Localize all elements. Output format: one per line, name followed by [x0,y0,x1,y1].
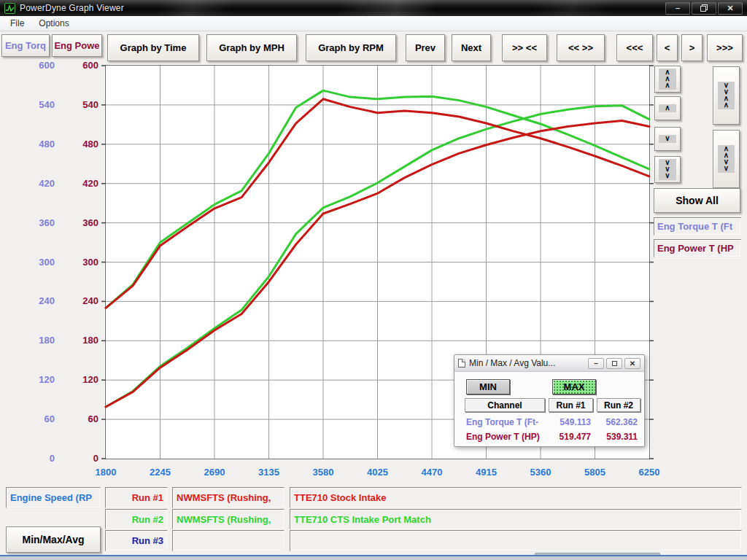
minimize-button[interactable]: – [665,2,690,15]
document-icon [458,359,465,368]
run3-description-field[interactable] [290,530,742,551]
y-tick-label: 600 [15,60,55,71]
app-window: PowerDyne Graph Viewer – ✕ File Options … [0,0,747,560]
legend-torque: Eng Torque T (Ft [654,217,741,236]
down-chevron-icon: ∨ [659,135,676,143]
restore-icon [611,360,618,367]
minmax-row-torque-name: Eng Torque T (Ft- [466,417,538,427]
menu-bar: File Options [0,16,747,31]
run1-description-field[interactable]: TTE710 Stock Intake [290,487,742,508]
title-bar: PowerDyne Graph Viewer – ✕ [0,0,747,16]
minmax-title-bar[interactable]: Min / Max / Avg Valu... – ✕ [454,355,644,372]
scroll-far-right-button[interactable]: >>> [707,34,743,61]
x-channel-field[interactable]: Engine Speed (RP [6,487,101,508]
scroll-bottom-button[interactable]: ∨∨∨ [654,156,681,183]
min-toggle-button[interactable]: MIN [466,379,510,394]
graph-by-mph-button[interactable]: Graph by MPH [206,34,297,61]
graph-by-rpm-button[interactable]: Graph by RPM [306,34,396,61]
y-tick-label: 240 [58,295,98,306]
x-tick-label: 6250 [639,467,660,478]
x-tick-label: 2245 [150,467,171,478]
triple-up-chevron-icon: ∧∧∧ [659,69,676,90]
minmax-row-power-name: Eng Power T (HP) [466,432,540,442]
restore-button[interactable] [692,2,716,15]
minmax-power-run1-value: 519.477 [549,432,591,442]
run2-description-field[interactable]: TTE710 CTS Intake Port Match [290,509,742,529]
minmax-minimize-button[interactable]: – [588,358,604,369]
restore-icon [700,4,708,12]
run1-file-field[interactable]: NWMSFTS (Rushing, [172,487,285,508]
x-tick-label: 5360 [530,467,551,478]
graph-by-time-button[interactable]: Graph by Time [107,34,199,61]
scroll-right-button[interactable]: > [681,34,703,61]
window-title: PowerDyne Graph Viewer [20,3,124,13]
max-toggle-button[interactable]: MAX [552,379,596,394]
column-header-channel[interactable]: Channel [465,398,545,412]
x-tick-label: 4025 [367,467,388,478]
channel-power-button[interactable]: Eng Powe [52,34,102,57]
scroll-top-button[interactable]: ∧∧∧ [654,66,681,93]
up-chevron-icon: ∧ [659,104,676,112]
y-tick-label: 120 [15,374,55,385]
run2-label-field[interactable]: Run #2 [105,509,168,529]
scroll-left-button[interactable]: < [657,34,678,61]
zoom-out-horizontal-button[interactable]: << >> [557,34,605,61]
menu-options[interactable]: Options [33,17,74,30]
x-tick-label: 4915 [476,467,497,478]
zoom-in-vertical-button[interactable]: ∨∨∧∧ [713,66,740,125]
minmax-window: Min / Max / Avg Valu... – ✕ MIN MAX Chan… [454,354,645,447]
y-tick-label: 0 [58,453,98,464]
expand-chevrons-icon: ∧∧∨∨ [718,145,735,173]
x-tick-label: 5805 [584,467,605,478]
y-tick-label: 300 [15,256,55,267]
minmax-power-run2-value: 539.311 [597,432,638,442]
scroll-up-button[interactable]: ∧ [654,96,681,120]
x-tick-label: 3580 [313,467,334,478]
y-tick-label: 360 [15,217,55,228]
y-tick-label: 300 [58,256,98,267]
run3-label-field[interactable]: Run #3 [105,530,168,551]
y-tick-label: 540 [15,99,55,110]
minmax-close-button[interactable]: ✕ [624,358,640,369]
y-tick-label: 480 [58,139,98,149]
show-all-button[interactable]: Show All [654,188,740,213]
y-tick-label: 60 [58,413,98,424]
zoom-in-horizontal-button[interactable]: >> << [502,34,547,61]
x-tick-label: 2690 [204,467,225,478]
taskbar-strip [0,555,747,560]
y-tick-label: 540 [58,99,98,110]
column-header-run1[interactable]: Run #1 [549,398,593,412]
next-button[interactable]: Next [452,34,491,61]
x-tick-label: 4470 [422,467,443,478]
menu-file[interactable]: File [4,17,30,30]
channel-torque-button[interactable]: Eng Torq [1,34,50,57]
minmax-avg-button[interactable]: Min/Max/Avg [6,526,101,553]
minmax-restore-button[interactable] [606,358,622,369]
scroll-far-left-button[interactable]: <<< [616,34,653,61]
run3-file-field[interactable] [172,530,285,551]
y-tick-label: 240 [15,295,55,306]
scroll-down-button[interactable]: ∨ [654,127,681,151]
close-button[interactable]: ✕ [718,2,743,15]
y-tick-label: 600 [58,60,98,71]
minmax-torque-run1-value: 549.113 [549,417,591,427]
y-tick-label: 0 [15,453,55,464]
triple-down-chevron-icon: ∨∨∨ [659,159,676,180]
y-tick-label: 120 [58,374,98,385]
y-tick-label: 180 [58,335,98,346]
run2-file-field[interactable]: NWMSFTS (Rushing, [172,509,285,529]
minmax-torque-run2-value: 562.362 [597,417,638,427]
run1-label-field[interactable]: Run #1 [105,487,168,508]
y-tick-label: 420 [58,177,98,188]
x-tick-label: 1800 [96,467,117,478]
prev-button[interactable]: Prev [406,34,445,61]
column-header-run2[interactable]: Run #2 [597,398,640,412]
zoom-out-vertical-button[interactable]: ∧∧∨∨ [713,130,740,188]
minmax-window-title: Min / Max / Avg Valu... [469,358,555,368]
y-tick-label: 360 [58,217,98,228]
collapse-chevrons-icon: ∨∨∧∧ [718,82,735,109]
legend-power: Eng Power T (HP [654,239,741,257]
y-tick-label: 60 [15,413,55,424]
y-tick-label: 480 [15,139,55,149]
y-tick-label: 180 [15,335,55,346]
